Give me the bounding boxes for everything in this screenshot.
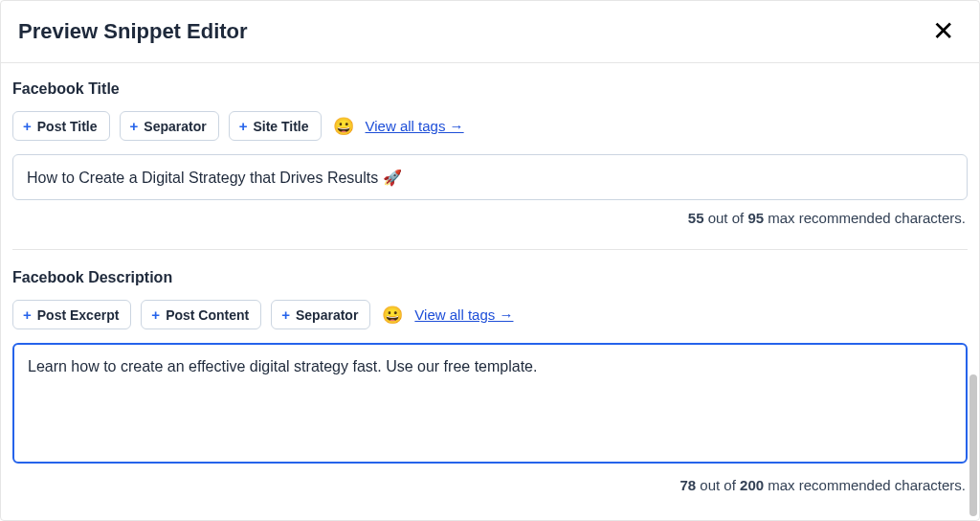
- facebook-title-counter: 55 out of 95 max recommended characters.: [12, 210, 968, 226]
- emoji-picker-button[interactable]: 😀: [331, 116, 356, 137]
- emoji-icon: 😀: [382, 305, 403, 326]
- section-divider: [12, 249, 968, 250]
- modal-title: Preview Snippet Editor: [18, 19, 248, 44]
- counter-suffix: max recommended characters.: [764, 477, 966, 493]
- modal-header: Preview Snippet Editor ✕: [1, 1, 979, 63]
- tag-label: Site Title: [253, 119, 308, 134]
- counter-current: 55: [688, 210, 704, 226]
- tag-site-title-button[interactable]: + Site Title: [229, 111, 322, 141]
- emoji-icon: 😀: [333, 116, 354, 137]
- tag-label: Separator: [144, 119, 206, 134]
- counter-current: 78: [679, 477, 696, 493]
- tag-label: Post Excerpt: [37, 307, 120, 323]
- counter-suffix: max recommended characters.: [764, 210, 966, 226]
- tag-post-content-button[interactable]: + Post Content: [141, 300, 261, 329]
- counter-text: out of: [696, 477, 740, 493]
- counter-max: 95: [747, 210, 764, 226]
- facebook-title-section: Facebook Title + Post Title + Separator …: [12, 80, 968, 226]
- facebook-title-tag-row: + Post Title + Separator + Site Title 😀 …: [12, 111, 968, 141]
- plus-icon: +: [281, 306, 290, 323]
- close-button[interactable]: ✕: [928, 18, 958, 45]
- facebook-title-input[interactable]: [12, 154, 968, 200]
- plus-icon: +: [239, 118, 248, 134]
- plus-icon: +: [23, 306, 32, 323]
- plus-icon: +: [151, 306, 160, 323]
- tag-separator-button[interactable]: + Separator: [271, 300, 370, 329]
- modal-body: Facebook Title + Post Title + Separator …: [1, 63, 979, 493]
- facebook-title-label: Facebook Title: [12, 80, 968, 98]
- plus-icon: +: [23, 118, 32, 134]
- tag-label: Post Content: [166, 307, 249, 323]
- view-all-tags-link[interactable]: View all tags →: [366, 118, 464, 134]
- facebook-description-tag-row: + Post Excerpt + Post Content + Separato…: [12, 300, 968, 329]
- facebook-description-counter: 78 out of 200 max recommended characters…: [12, 477, 968, 493]
- counter-text: out of: [704, 210, 748, 226]
- tag-separator-button[interactable]: + Separator: [120, 111, 219, 141]
- tag-post-excerpt-button[interactable]: + Post Excerpt: [12, 300, 131, 329]
- plus-icon: +: [130, 118, 139, 134]
- facebook-description-textarea[interactable]: [12, 343, 968, 464]
- tag-label: Post Title: [37, 119, 98, 134]
- tag-label: Separator: [296, 307, 358, 323]
- tag-post-title-button[interactable]: + Post Title: [12, 111, 110, 141]
- facebook-description-label: Facebook Description: [12, 269, 968, 286]
- emoji-picker-button[interactable]: 😀: [380, 305, 405, 326]
- close-icon: ✕: [932, 16, 954, 46]
- scrollbar[interactable]: [969, 374, 977, 516]
- preview-snippet-editor-modal: Preview Snippet Editor ✕ Facebook Title …: [0, 0, 980, 521]
- view-all-tags-link[interactable]: View all tags →: [414, 306, 513, 323]
- counter-max: 200: [740, 477, 764, 493]
- facebook-description-section: Facebook Description + Post Excerpt + Po…: [12, 269, 968, 493]
